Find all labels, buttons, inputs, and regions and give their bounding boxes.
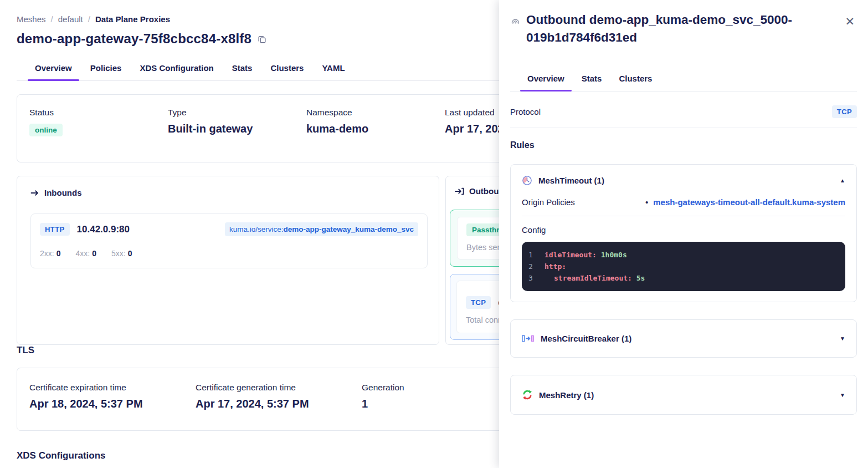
service-tag[interactable]: kuma.io/service:demo-app-gateway_kuma-de… (225, 222, 418, 236)
outbound-arrow-icon (455, 187, 464, 196)
cert-expiration-value: Apr 18, 2024, 5:37 PM (29, 398, 196, 410)
tab-policies[interactable]: Policies (90, 63, 122, 80)
circuit-breaker-icon (522, 334, 535, 343)
code-line: 2http: (528, 261, 839, 272)
namespace-label: Namespace (306, 108, 445, 118)
meshretry-card: MeshRetry (1) ▼ (510, 375, 857, 415)
breadcrumb-separator: / (88, 14, 90, 24)
tcp-protocol-badge: TCP (466, 296, 491, 309)
stat-5xx: 5xx:0 (111, 249, 132, 258)
inbounds-panel: Inbounds HTTP 10.42.0.9:80 kuma.io/servi… (17, 176, 439, 345)
meshcircuitbreaker-card: MeshCircuitBreaker (1) ▼ (510, 319, 857, 358)
drawer-title: Outbound demo-app_kuma-demo_svc_5000-019… (526, 11, 834, 47)
collapse-icon[interactable]: ▲ (840, 177, 845, 184)
inbounds-title: Inbounds (44, 188, 82, 197)
drawer-tabs: Overview Stats Clusters (510, 74, 857, 91)
divider (522, 216, 845, 216)
code-line: 1idleTimeout: 1h0m0s (528, 249, 839, 261)
outbound-connection-icon (510, 16, 521, 27)
chevron-down-icon[interactable]: ▼ (840, 392, 845, 398)
tab-overview[interactable]: Overview (35, 63, 72, 80)
protocol-badge: TCP (832, 105, 857, 118)
drawer-tab-overview[interactable]: Overview (527, 74, 564, 91)
inbound-entry-card[interactable]: HTTP 10.42.0.9:80 kuma.io/service:demo-a… (30, 213, 428, 268)
service-tag-value: demo-app-gateway_kuma-demo_svc (283, 225, 414, 233)
cert-generation-label: Certificate generation time (196, 383, 362, 393)
clock-icon (522, 175, 532, 186)
tab-clusters[interactable]: Clusters (270, 63, 304, 80)
config-label: Config (522, 225, 845, 235)
status-label: Status (29, 108, 168, 118)
type-label: Type (168, 108, 306, 118)
meshcircuitbreaker-header[interactable]: MeshCircuitBreaker (1) ▼ (522, 334, 845, 343)
tab-xds-configuration[interactable]: XDS Configuration (140, 63, 213, 80)
meshcircuitbreaker-name: MeshCircuitBreaker (1) (541, 334, 631, 343)
inbound-arrow-icon (30, 189, 39, 197)
cert-generation-value: Apr 17, 2024, 5:37 PM (196, 398, 362, 410)
drawer-tab-clusters[interactable]: Clusters (619, 74, 652, 91)
breadcrumb-item-default[interactable]: default (58, 14, 83, 24)
rules-heading: Rules (510, 140, 857, 150)
stat-2xx: 2xx:0 (40, 249, 60, 258)
meshtimeout-header[interactable]: MeshTimeout (1) ▲ (522, 175, 845, 186)
close-icon[interactable]: ✕ (843, 11, 857, 29)
namespace-value: kuma-demo (306, 123, 445, 135)
stat-4xx: 4xx:0 (75, 249, 96, 258)
code-line: 3streamIdleTimeout: 5s (528, 272, 839, 284)
meshretry-header[interactable]: MeshRetry (1) ▼ (522, 389, 845, 400)
outbound-detail-drawer: Outbound demo-app_kuma-demo_svc_5000-019… (499, 0, 868, 468)
inbound-address: 10.42.0.9:80 (77, 224, 130, 235)
http-protocol-badge: HTTP (40, 223, 70, 236)
tab-stats[interactable]: Stats (232, 63, 253, 80)
tab-yaml[interactable]: YAML (322, 63, 345, 80)
status-badge: online (29, 124, 63, 136)
origin-policies-label: Origin Policies (522, 197, 575, 207)
type-value: Built-in gateway (168, 123, 306, 135)
chevron-down-icon[interactable]: ▼ (840, 335, 845, 342)
protocol-label: Protocol (510, 107, 541, 116)
config-code-block: 1idleTimeout: 1h0m0s 2http: 3streamIdleT… (522, 242, 845, 291)
meshretry-name: MeshRetry (1) (539, 390, 594, 400)
origin-policy-link[interactable]: mesh-gateways-timeout-all-default.kuma-s… (653, 197, 845, 207)
bullet: • (645, 197, 648, 207)
breadcrumb-separator: / (51, 14, 53, 24)
drawer-tab-stats[interactable]: Stats (582, 74, 602, 91)
retry-icon (522, 389, 533, 400)
breadcrumb-item-data-plane-proxies[interactable]: Data Plane Proxies (95, 14, 170, 24)
service-tag-prefix: kuma.io/service: (229, 225, 284, 233)
copy-icon[interactable] (258, 35, 266, 44)
meshtimeout-card: MeshTimeout (1) ▲ Origin Policies • mesh… (510, 164, 857, 302)
page-title: demo-app-gateway-75f8cbcc84-x8lf8 (17, 31, 251, 47)
cert-expiration-label: Certificate expiration time (29, 383, 196, 393)
breadcrumb-item-meshes[interactable]: Meshes (17, 14, 46, 24)
meshtimeout-name: MeshTimeout (1) (538, 176, 604, 185)
